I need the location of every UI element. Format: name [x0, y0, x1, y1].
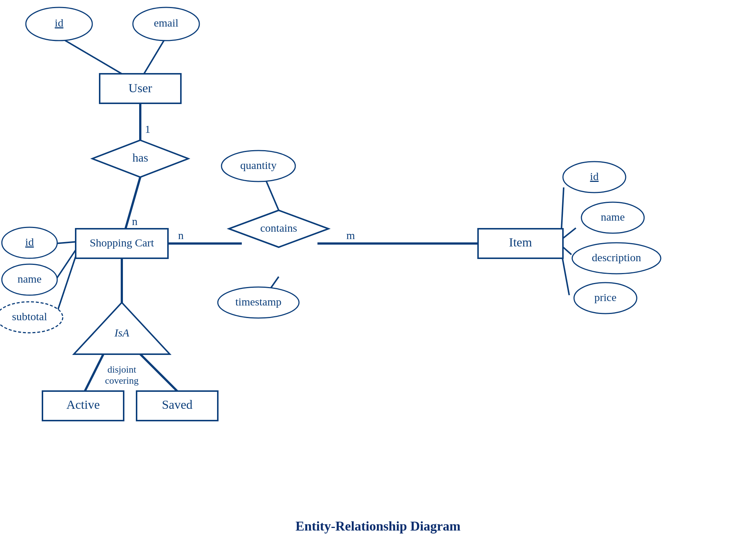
- item-description-label: description: [592, 251, 641, 263]
- cardinality-n-has: n: [132, 215, 138, 227]
- disjoint-covering-label2: covering: [105, 375, 139, 386]
- user-email-label: email: [154, 17, 179, 29]
- cart-id-label: id: [25, 236, 34, 248]
- user-id-label: id: [55, 17, 63, 29]
- item-price-label: price: [594, 291, 616, 303]
- shopping-cart-entity-label: Shopping Cart: [90, 236, 154, 249]
- quantity-connector: [266, 180, 279, 210]
- diagram-title: Entity-Relationship Diagram: [295, 518, 460, 534]
- item-name-label: name: [601, 211, 625, 223]
- cart-subtotal-label: subtotal: [12, 310, 47, 322]
- user-entity-label: User: [128, 81, 152, 95]
- cart-subtotal-connector: [55, 251, 78, 317]
- cardinality-m-contains: m: [346, 229, 355, 241]
- active-entity-label: Active: [66, 398, 100, 411]
- cart-name-label: name: [18, 273, 42, 285]
- timestamp-label: timestamp: [236, 296, 282, 308]
- cart-name-connector: [55, 247, 78, 280]
- isa-saved-connector: [140, 354, 177, 391]
- isa-active-connector: [85, 354, 103, 391]
- cardinality-1: 1: [145, 123, 151, 135]
- quantity-label: quantity: [240, 159, 276, 171]
- cardinality-n-contains: n: [178, 229, 184, 241]
- contains-label: contains: [260, 222, 297, 234]
- has-label: has: [133, 151, 148, 164]
- isa-label: IsA: [114, 327, 130, 339]
- item-entity-label: Item: [509, 235, 532, 249]
- disjoint-covering-label: disjoint: [107, 364, 137, 375]
- user-id-connector: [59, 37, 122, 74]
- cart-id-connector: [55, 242, 78, 244]
- saved-entity-label: Saved: [162, 398, 192, 411]
- item-id-label: id: [590, 170, 598, 182]
- user-email-connector: [144, 37, 166, 74]
